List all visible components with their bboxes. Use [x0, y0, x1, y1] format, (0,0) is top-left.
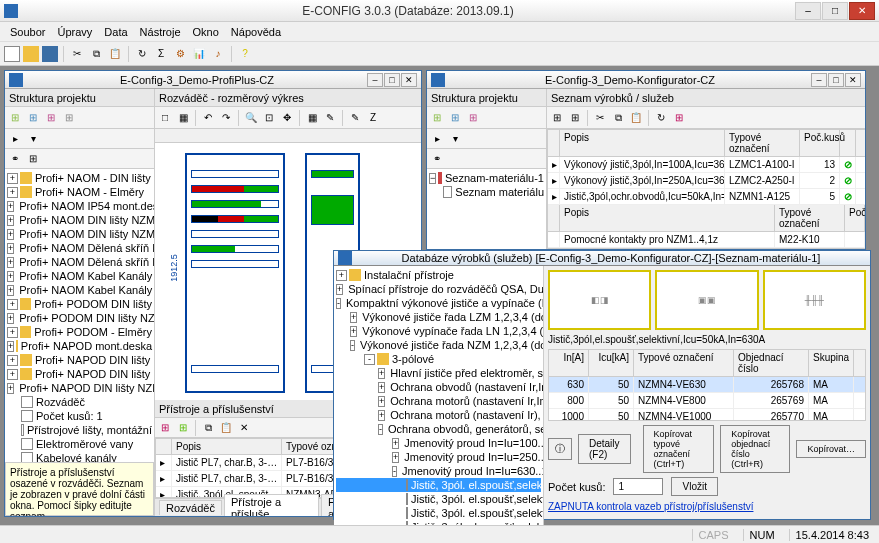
tool-icon[interactable]: ⚙ — [172, 46, 188, 62]
zoom-in-icon[interactable]: 🔍 — [243, 110, 259, 126]
menu-okno[interactable]: Okno — [187, 24, 225, 40]
tree-sub-item[interactable]: Elektroměrové vany — [7, 437, 152, 451]
copy-type-button[interactable]: Kopírovat typové označení (Ctrl+T) — [643, 425, 715, 473]
qty-input[interactable] — [613, 478, 663, 495]
acc-btn1-icon[interactable]: ⊞ — [157, 420, 173, 436]
db-tree-item[interactable]: +Výkonové jističe řada LZM 1,2,3,4 (do 1… — [336, 310, 541, 324]
db-tree-item[interactable]: +Výkonové vypínače řada LN 1,2,3,4 (do 1… — [336, 324, 541, 338]
project-tree[interactable]: +Profi+ NAOM - DIN lišty+Profi+ NAOM - E… — [5, 169, 154, 462]
expand-icon[interactable]: ▸ — [7, 131, 23, 147]
tab-pristroje[interactable]: Přístroje a přísluše… — [224, 494, 319, 516]
undo-icon[interactable]: ↶ — [200, 110, 216, 126]
st-btn3-icon[interactable]: ⊞ — [465, 110, 481, 126]
minimize-button[interactable]: – — [795, 2, 821, 20]
lt2-icon[interactable]: ⊞ — [567, 110, 583, 126]
db-tree-item[interactable]: +Ochrana obvodů (nastavení Ir,Im) — [336, 380, 541, 394]
db-tree-item[interactable]: +Hlavní jističe před elektroměr, s pevno… — [336, 366, 541, 380]
tree-btn2-icon[interactable]: ⊞ — [25, 110, 41, 126]
tree-item[interactable]: +Profi+ NAOM IP54 mont.desl. — [7, 199, 152, 213]
refresh-icon[interactable]: ↻ — [134, 46, 150, 62]
grid-icon[interactable]: ▦ — [304, 110, 320, 126]
db-tree[interactable]: +Instalační přístroje+Spínací přístroje … — [334, 266, 544, 543]
win-max-button[interactable]: □ — [828, 73, 844, 87]
db-tree-item[interactable]: +Instalační přístroje — [336, 268, 541, 282]
tree-btn1-icon[interactable]: ⊞ — [7, 110, 23, 126]
chart-icon[interactable]: 📊 — [191, 46, 207, 62]
open-icon[interactable] — [23, 46, 39, 62]
db-tree-item[interactable]: Jistič, 3pól. el.spoušť,selektivní, Icu=… — [336, 506, 541, 520]
win-min-button[interactable]: – — [811, 73, 827, 87]
db-tree-item[interactable]: Jistič, 3pól. el.spoušť,selektivní, Icu=… — [336, 492, 541, 506]
table-row[interactable]: ▸Jistič,3pól,ochr.obvodů,Icu=50kA,In=125… — [548, 189, 865, 205]
tree-item[interactable]: +Profi+ PODOM - Elměry — [7, 325, 152, 339]
tree-item[interactable]: +Profi+ NAOM - DIN lišty — [7, 171, 152, 185]
lt4-icon[interactable]: ⧉ — [610, 110, 626, 126]
table-row[interactable]: ▸Výkonový jistič,3pól,In=250A,Icu=36kALZ… — [548, 173, 865, 189]
maximize-button[interactable]: □ — [822, 2, 848, 20]
tree-item[interactable]: +Profi+ NAOM Dělená skříň E — [7, 241, 152, 255]
link-check[interactable]: ZAPNUTA kontrola vazeb přístroj/přísluše… — [548, 501, 753, 512]
expand-icon[interactable]: ▸ — [429, 131, 445, 147]
close-button[interactable]: ✕ — [849, 2, 875, 20]
zoom-fit-icon[interactable]: ⊡ — [261, 110, 277, 126]
table-row[interactable]: 80050NZMN4-VE800265769MA — [549, 393, 865, 409]
link-icon[interactable]: ⚭ — [7, 151, 23, 167]
db-tree-item[interactable]: -Jmenovitý proud In=Iu=630..1600 A (řada… — [336, 464, 541, 478]
tree-item[interactable]: +Profi+ PODOM DIN lišty — [7, 297, 152, 311]
collapse-icon[interactable]: ▾ — [447, 131, 463, 147]
tree-sub-item[interactable]: Kabelové kanály — [7, 451, 152, 462]
win-max-button[interactable]: □ — [384, 73, 400, 87]
tree-item[interactable]: +Profi+ NAOM Dělená skříň E — [7, 255, 152, 269]
tree-item[interactable]: +Profi+ NAPOD DIN lišty NZM — [7, 381, 152, 395]
acc-del-icon[interactable]: ✕ — [236, 420, 252, 436]
tree-btn3-icon[interactable]: ⊞ — [43, 110, 59, 126]
menu-nastroje[interactable]: Nástroje — [134, 24, 187, 40]
dt1-icon[interactable]: □ — [157, 110, 173, 126]
acc-btn2-icon[interactable]: ⊞ — [175, 420, 191, 436]
text-icon[interactable]: Z — [365, 110, 381, 126]
db-tree-item[interactable]: +Jmenovitý proud In=Iu=250..630 A (řada … — [336, 450, 541, 464]
dt2-icon[interactable]: ▦ — [175, 110, 191, 126]
tree-item[interactable]: +Profi+ NAOM DIN lišty NZM — [7, 213, 152, 227]
db-tree-item[interactable]: -3-pólové — [336, 352, 541, 366]
project-tree[interactable]: −Seznam-materiálu-1 Seznam materiálu — [427, 169, 546, 249]
tree-sub-item[interactable]: Počet kusů: 1 — [7, 409, 152, 423]
paste-icon[interactable]: 📋 — [107, 46, 123, 62]
cut-icon[interactable]: ✂ — [69, 46, 85, 62]
audio-icon[interactable]: ♪ — [210, 46, 226, 62]
menu-upravy[interactable]: Úpravy — [51, 24, 98, 40]
new-icon[interactable] — [4, 46, 20, 62]
menu-soubor[interactable]: Soubor — [4, 24, 51, 40]
lt1-icon[interactable]: ⊞ — [549, 110, 565, 126]
tree-item[interactable]: +Profi+ NAPOD DIN lišty — [7, 367, 152, 381]
db-tree-item[interactable]: +Ochrana motorů (nastavení Ir,Im) — [336, 394, 541, 408]
tree-item[interactable]: +Profi+ NAOM Kabel Kanály M — [7, 283, 152, 297]
db-tree-item[interactable]: +Spínací přístroje do rozváděčů QSA, Duc… — [336, 282, 541, 296]
table-row[interactable]: Pomocné kontakty pro NZM1..4,1zM22-K10 — [548, 232, 865, 248]
tree-sub-item[interactable]: Přístrojové lišty, montážní — [7, 423, 152, 437]
db-tree-item[interactable]: Jistič, 3pól. el.spoušť,selektivní, Icu=… — [336, 478, 541, 492]
sum-icon[interactable]: Σ — [153, 46, 169, 62]
info-button[interactable]: ⓘ — [548, 438, 572, 460]
table-row[interactable]: 100050NZMN4-VE1000265770MA — [549, 409, 865, 421]
acc-paste-icon[interactable]: 📋 — [218, 420, 234, 436]
copy-icon[interactable]: ⧉ — [88, 46, 104, 62]
table-row[interactable]: 63050NZMN4-VE630265768MA — [549, 377, 865, 393]
db-table[interactable]: In[A] Icu[kA] Typové označení Objednací … — [548, 349, 866, 421]
lt5-icon[interactable]: 📋 — [628, 110, 644, 126]
win-close-button[interactable]: ✕ — [845, 73, 861, 87]
tree-item[interactable]: +Profi+ NAOM - Elměry — [7, 185, 152, 199]
win-min-button[interactable]: – — [367, 73, 383, 87]
tree-item[interactable]: +Profi+ NAPOD DIN lišty — [7, 353, 152, 367]
products-table[interactable]: Popis Typové označení Poč.kusů ▸Výkonový… — [547, 129, 865, 249]
menu-data[interactable]: Data — [98, 24, 133, 40]
tab-rozvadec[interactable]: Rozváděč — [159, 500, 222, 515]
save-icon[interactable] — [42, 46, 58, 62]
st-btn2-icon[interactable]: ⊞ — [447, 110, 463, 126]
pan-icon[interactable]: ✥ — [279, 110, 295, 126]
tree-btn4-icon[interactable]: ⊞ — [61, 110, 77, 126]
copy-order-button[interactable]: Kopírovat objednací číslo (Ctrl+R) — [720, 425, 790, 473]
collapse-icon[interactable]: ▾ — [25, 131, 41, 147]
acc-copy-icon[interactable]: ⧉ — [200, 420, 216, 436]
lt3-icon[interactable]: ✂ — [592, 110, 608, 126]
